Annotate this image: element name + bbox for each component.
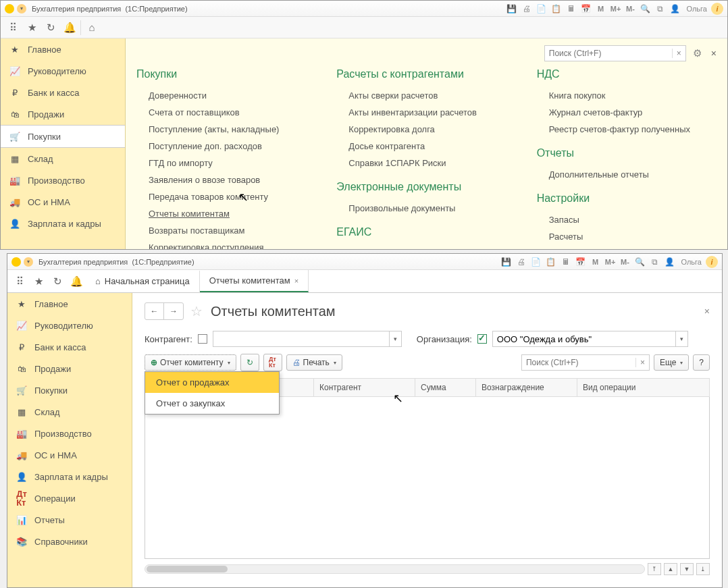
link-item[interactable]: Книга покупок bbox=[537, 87, 717, 104]
link-item[interactable]: Журнал счетов-фактур bbox=[537, 104, 717, 121]
print-icon[interactable]: 🖨 bbox=[515, 256, 527, 268]
scroll-down-icon[interactable]: ▼ bbox=[680, 563, 694, 575]
calendar-icon[interactable]: 📅 bbox=[580, 3, 592, 15]
apps-icon[interactable]: ⠿ bbox=[10, 272, 29, 291]
print-icon[interactable]: 🖨 bbox=[521, 3, 533, 15]
home-icon[interactable]: ⌂ bbox=[82, 18, 101, 37]
link-item[interactable]: Произвольные документы bbox=[336, 200, 516, 217]
contragent-combo[interactable]: ▾ bbox=[213, 331, 402, 347]
notifications-icon[interactable]: 🔔 bbox=[67, 272, 86, 291]
sidebar-item-manager[interactable]: 📈Руководителю bbox=[7, 315, 132, 336]
panels-icon[interactable]: ⧉ bbox=[654, 3, 667, 15]
clear-search-icon[interactable]: × bbox=[672, 49, 685, 58]
link-item[interactable]: Реестр счетов-фактур полученных bbox=[537, 121, 717, 138]
section-egais[interactable]: ЕГАИС bbox=[336, 226, 516, 238]
contragent-input[interactable] bbox=[213, 331, 389, 346]
calc-icon[interactable]: 🖩 bbox=[560, 256, 572, 268]
zoom-icon[interactable]: 🔍 bbox=[634, 256, 646, 268]
copy-icon[interactable]: 📋 bbox=[550, 3, 563, 15]
sidebar-item-operations[interactable]: ДтКтОперации bbox=[7, 487, 132, 509]
sidebar-item-hr[interactable]: 👤Зарплата и кадры bbox=[1, 213, 125, 234]
calendar-icon[interactable]: 📅 bbox=[575, 256, 587, 268]
sidebar-item-warehouse[interactable]: ▦Склад bbox=[1, 148, 125, 169]
m-icon[interactable]: M bbox=[595, 3, 607, 15]
section-settings[interactable]: Настройки bbox=[537, 192, 717, 205]
save-icon[interactable]: 💾 bbox=[500, 256, 513, 268]
back-button[interactable]: ← bbox=[145, 303, 164, 319]
dropdown-icon[interactable]: ▾ bbox=[675, 331, 687, 346]
page-close-icon[interactable]: × bbox=[704, 306, 710, 317]
sidebar-item-reports[interactable]: 📊Отчеты bbox=[7, 509, 132, 531]
notifications-icon[interactable]: 🔔 bbox=[60, 18, 79, 37]
favorite-icon[interactable]: ★ bbox=[22, 18, 41, 37]
section-settlements[interactable]: Расчеты с контрагентами bbox=[336, 68, 516, 80]
table-search-input[interactable] bbox=[522, 358, 635, 367]
history-icon[interactable]: ↻ bbox=[48, 272, 67, 291]
link-item[interactable]: Расчеты bbox=[537, 228, 717, 245]
link-item[interactable]: Доверенности bbox=[136, 87, 316, 104]
sidebar-item-assets[interactable]: 🚚ОС и НМА bbox=[1, 191, 125, 213]
org-checkbox[interactable] bbox=[477, 334, 487, 344]
info-icon[interactable]: i bbox=[711, 3, 723, 15]
copy-icon[interactable]: 📋 bbox=[545, 256, 557, 268]
link-item[interactable]: Корректировка долга bbox=[336, 121, 516, 138]
m-minus-icon[interactable]: M- bbox=[625, 3, 637, 15]
clear-search-icon[interactable]: × bbox=[635, 358, 649, 367]
contragent-checkbox[interactable] bbox=[198, 334, 207, 344]
dropdown-icon[interactable]: ▾ bbox=[389, 331, 401, 346]
m-plus-icon[interactable]: M+ bbox=[604, 256, 617, 268]
scroll-top-icon[interactable]: ⤒ bbox=[648, 563, 661, 575]
m-minus-icon[interactable]: M- bbox=[619, 256, 631, 268]
horizontal-scrollbar[interactable] bbox=[145, 564, 645, 574]
search-input[interactable] bbox=[545, 49, 672, 58]
sidebar-item-warehouse[interactable]: ▦Склад bbox=[7, 401, 132, 423]
favorite-star-icon[interactable]: ☆ bbox=[190, 303, 203, 319]
col-optype[interactable]: Вид операции bbox=[577, 379, 710, 397]
link-item[interactable]: Поступление (акты, накладные) bbox=[136, 121, 316, 138]
link-item[interactable]: ГТД по импорту bbox=[136, 155, 316, 171]
menu-purchases-report[interactable]: Отчет о закупках bbox=[145, 393, 279, 414]
history-icon[interactable]: ↻ bbox=[41, 18, 60, 37]
doc-icon[interactable]: 📄 bbox=[536, 3, 548, 15]
table-search[interactable]: × bbox=[521, 354, 650, 371]
close-panel-icon[interactable]: × bbox=[711, 48, 717, 59]
sidebar-item-production[interactable]: 🏭Производство bbox=[7, 423, 132, 444]
link-item[interactable]: Корректировка поступления bbox=[136, 239, 316, 249]
link-item[interactable]: Справки 1СПАРК Риски bbox=[336, 155, 516, 171]
col-reward[interactable]: Вознаграждение bbox=[476, 379, 577, 397]
section-purchases[interactable]: Покупки bbox=[136, 68, 316, 80]
org-input[interactable] bbox=[493, 331, 675, 346]
sidebar-item-sales[interactable]: 🛍Продажи bbox=[1, 103, 125, 125]
sidebar-item-sales[interactable]: 🛍Продажи bbox=[7, 358, 132, 379]
sidebar-item-manager[interactable]: 📈Руководителю bbox=[1, 60, 125, 82]
refresh-button[interactable]: ↻ bbox=[240, 354, 259, 371]
sidebar-item-purchases[interactable]: 🛒Покупки bbox=[1, 125, 125, 148]
sidebar-item-assets[interactable]: 🚚ОС и НМА bbox=[7, 444, 132, 466]
m-icon[interactable]: M bbox=[590, 256, 602, 268]
link-item[interactable]: Возвраты поставщикам bbox=[136, 222, 316, 239]
panels-icon[interactable]: ⧉ bbox=[649, 256, 661, 268]
m-plus-icon[interactable]: M+ bbox=[610, 3, 622, 15]
link-item[interactable]: Акты сверки расчетов bbox=[336, 87, 516, 104]
sidebar-item-hr[interactable]: 👤Зарплата и кадры bbox=[7, 466, 132, 487]
section-edocs[interactable]: Электронные документы bbox=[336, 181, 516, 193]
link-item[interactable]: Досье контрагента bbox=[336, 138, 516, 155]
create-report-button[interactable]: ⊕ Отчет комитенту ▾ bbox=[145, 354, 236, 371]
link-committent-reports[interactable]: Отчеты комитентам bbox=[136, 205, 316, 222]
dtk-button[interactable]: ДтКт bbox=[263, 354, 282, 371]
sidebar-item-bank[interactable]: ₽Банк и касса bbox=[1, 82, 125, 103]
zoom-icon[interactable]: 🔍 bbox=[640, 3, 652, 15]
sidebar-item-catalogs[interactable]: 📚Справочники bbox=[7, 531, 132, 552]
sidebar-item-bank[interactable]: ₽Банк и касса bbox=[7, 336, 132, 358]
section-vat[interactable]: НДС bbox=[537, 68, 717, 80]
tab-close-icon[interactable]: × bbox=[294, 277, 298, 285]
link-item[interactable]: Дополнительные отчеты bbox=[537, 166, 717, 183]
doc-icon[interactable]: 📄 bbox=[530, 256, 542, 268]
favorite-icon[interactable]: ★ bbox=[29, 272, 48, 291]
section-reports[interactable]: Отчеты bbox=[537, 147, 717, 159]
link-item[interactable]: Счета от поставщиков bbox=[136, 104, 316, 121]
sidebar-item-main[interactable]: ★Главное bbox=[7, 293, 132, 315]
save-icon[interactable]: 💾 bbox=[506, 3, 518, 15]
app-menu-dropdown[interactable]: ▾ bbox=[17, 4, 26, 14]
link-item[interactable]: Передача товаров комитенту bbox=[136, 188, 316, 205]
